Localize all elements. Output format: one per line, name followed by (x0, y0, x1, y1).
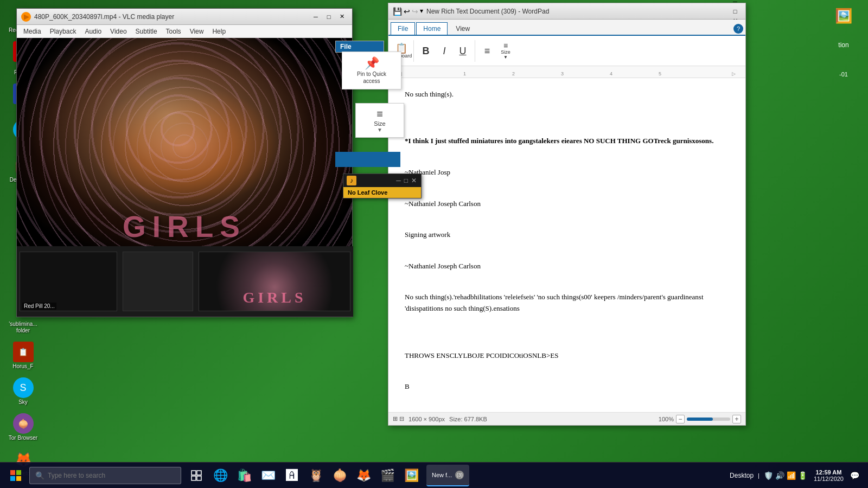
sky2-icon[interactable]: S Sky (3, 375, 44, 408)
thumbnail-2[interactable] (123, 252, 193, 311)
taskbar-edge-icon[interactable]: 🌐 (209, 465, 231, 486)
vlc-menu-subtitle[interactable]: Subtitle (132, 27, 161, 36)
taskbar-app-badge: (3) (455, 471, 464, 479)
toolbar-italic-icon[interactable]: I (436, 42, 453, 60)
qa-undo-icon[interactable]: ↩ (404, 7, 410, 16)
toolbar-underline-icon[interactable]: U (454, 42, 471, 60)
taskbar: 🔍 🌐 🛍️ ✉️ 🅰 🦉 🧅 🦊 🎬 🖼️ (0, 462, 868, 488)
vlc-menu-view[interactable]: View (187, 27, 207, 36)
vlc-menubar: Media Playback Audio Video Subtitle Tool… (17, 25, 352, 38)
thumbnail-3[interactable]: GIRLS (199, 252, 350, 311)
tab-view[interactable]: View (449, 22, 477, 35)
zoom-fill (687, 418, 713, 421)
mini-window-close[interactable]: ✕ (410, 176, 418, 185)
statusbar-icons: ⊞ ⊟ (393, 415, 404, 422)
quick-access-toolbar: 💾 ↩ ↪ ▾ (393, 7, 423, 16)
wordpad-maximize-button[interactable]: □ (729, 7, 741, 16)
help-button[interactable]: ? (733, 24, 743, 34)
statusbar-left: ⊞ ⊟ 868 × 488px Size: 677.8KB (393, 415, 487, 422)
vlc-menu-video[interactable]: Video (107, 27, 130, 36)
pin-icon: 📌 (365, 56, 379, 70)
doc-line-9 (405, 214, 729, 225)
tray-network-icon[interactable]: 📶 (787, 471, 796, 480)
wordpad-tabs: File Home View ? (388, 20, 745, 35)
vlc-menu-media[interactable]: Media (20, 27, 44, 36)
tray-battery-icon[interactable]: 🔋 (798, 471, 807, 480)
wordpad-statusbar: ⊞ ⊟ 868 × 488px Size: 677.8KB 100% − + (388, 412, 745, 425)
pin-label: Pin to Quickaccess (357, 70, 386, 85)
doc-line-14: No such thing(s).'rehadbhilitations 'rel… (405, 292, 729, 314)
zoom-plus-button[interactable]: + (732, 415, 741, 423)
taskbar-amazon-icon[interactable]: 🅰 (281, 465, 303, 486)
wordpad-titlebar: 💾 ↩ ↪ ▾ New Rich Text Document (309) - W… (388, 3, 745, 20)
wordpad-minimize-button[interactable]: ─ (729, 0, 741, 7)
right-icon-2[interactable]: tion (823, 33, 864, 59)
toolbar-divider-2 (475, 40, 475, 62)
clock-time: 12:59 AM (814, 469, 844, 476)
tab-home[interactable]: Home (416, 22, 448, 35)
vlc-menu-audio[interactable]: Audio (81, 27, 105, 36)
mini-window-minimize[interactable]: ─ (395, 176, 402, 185)
clock-date: 11/12/2020 (814, 476, 844, 482)
doc-line-15 (405, 319, 729, 330)
vlc-menu-playback[interactable]: Playback (47, 27, 80, 36)
taskbar-tripadvisor-icon[interactable]: 🦉 (305, 465, 327, 486)
qa-dropdown-icon[interactable]: ▾ (420, 7, 423, 16)
size-button[interactable]: ≡ Size ▼ (358, 106, 401, 135)
search-input[interactable] (48, 472, 175, 479)
vlc-close-button[interactable]: ✕ (336, 12, 348, 22)
taskbar-app-new[interactable]: New f... (3) (426, 465, 469, 486)
svg-rect-5 (197, 471, 201, 475)
doc-line-13 (405, 277, 729, 288)
right-icon-3[interactable]: -01 (823, 62, 864, 88)
taskbar-task-view[interactable] (186, 465, 207, 486)
ribbon-help: ? (733, 24, 743, 35)
show-hidden-icons-button[interactable]: Desktop (730, 472, 754, 479)
qa-save-icon[interactable]: 💾 (393, 7, 402, 16)
svg-rect-2 (10, 476, 15, 481)
start-button[interactable] (4, 464, 27, 487)
svg-rect-0 (10, 470, 15, 475)
clock[interactable]: 12:59 AM 11/12/2020 (809, 467, 848, 484)
vlc-title: 480P_600K_20340897l.mp4 - VLC media play… (34, 13, 310, 21)
toolbar-size-icon[interactable]: ≡ Size ▼ (497, 42, 514, 60)
taskbar-photos-icon[interactable]: 🖼️ (400, 465, 422, 486)
tray-volume-icon[interactable]: 🔊 (775, 471, 784, 480)
search-bar[interactable]: 🔍 (29, 467, 181, 484)
svg-rect-3 (16, 476, 21, 481)
taskbar-tor-icon[interactable]: 🧅 (329, 465, 350, 486)
toolbar-align-left-icon[interactable]: ≡ (478, 42, 496, 60)
file-popup-header: File (336, 41, 384, 52)
tab-file[interactable]: File (391, 22, 415, 35)
toolbar-bold-icon[interactable]: B (417, 42, 435, 60)
mini-window-maximize[interactable]: □ (403, 176, 409, 185)
taskbar-mail-icon[interactable]: ✉️ (257, 465, 279, 486)
vlc-minimize-button[interactable]: ─ (310, 12, 322, 22)
doc-line-12: ~Nathaniel Joseph Carlson (405, 261, 729, 272)
size-popup: ≡ Size ▼ (355, 103, 404, 138)
tor-browser-icon[interactable]: 🧅 Tor Browser (3, 411, 44, 444)
zoom-minus-button[interactable]: − (676, 415, 685, 423)
taskbar-store-icon[interactable]: 🛍️ (233, 465, 255, 486)
zoom-slider[interactable] (687, 418, 730, 421)
vlc-window: ▶ 480P_600K_20340897l.mp4 - VLC media pl… (16, 8, 353, 317)
taskbar-firefox-icon[interactable]: 🦊 (353, 465, 374, 486)
pin-button[interactable]: 📌 Pin to Quickaccess (344, 56, 399, 85)
action-center-icon[interactable]: 💬 (850, 471, 859, 480)
vlc-maximize-button[interactable]: □ (323, 12, 335, 22)
wordpad-document-content[interactable]: No such thing(s). *I think I just stuffe… (388, 78, 745, 412)
taskbar-vlc-taskbar-icon[interactable]: 🎬 (376, 465, 398, 486)
vlc-menu-help[interactable]: Help (209, 27, 229, 36)
horus-icon[interactable]: 📋 Horus_F (3, 339, 44, 372)
tray-separator: | (758, 472, 760, 479)
doc-line-19: B (405, 381, 729, 393)
ribbon-bar (335, 152, 400, 167)
zoom-value: 100% (659, 416, 674, 422)
tray-antivirus-icon[interactable]: 🛡️ (764, 471, 773, 480)
thumbnail-1[interactable]: Red Pill 20... (20, 252, 117, 311)
right-icon-1[interactable]: 🖼️ (823, 3, 864, 29)
qa-redo-icon[interactable]: ↪ (412, 7, 418, 16)
vlc-video-area: GIRLS (17, 38, 352, 255)
vlc-menu-tools[interactable]: Tools (163, 27, 184, 36)
wordpad-toolbar: 📋 Clipboard B I U ≡ ≡ (388, 36, 745, 66)
